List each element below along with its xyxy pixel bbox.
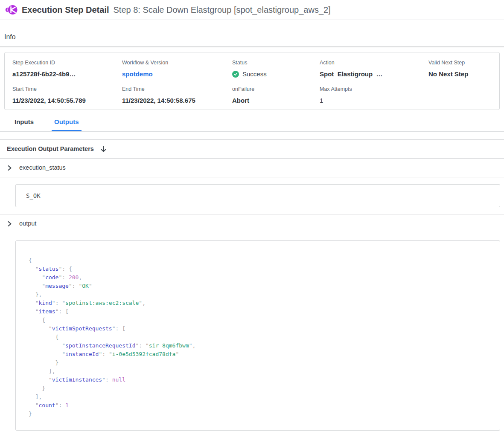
- field-label: Step Execution ID: [12, 60, 122, 66]
- output-label: output: [19, 220, 36, 227]
- execution-status-value: S_OK: [26, 192, 41, 199]
- execution-status-value-box: S_OK: [15, 184, 500, 207]
- field-status: Status Success: [232, 60, 320, 78]
- success-check-icon: [232, 71, 239, 78]
- field-valid-next-step: Valid Next Step No Next Step: [428, 60, 499, 78]
- page-header: Execution Step Detail Step 8: Scale Down…: [0, 0, 504, 20]
- app-logo-icon: [5, 3, 18, 16]
- field-value: a125728f-6b22-4b9…: [12, 70, 122, 78]
- field-label: onFailure: [232, 86, 320, 93]
- collapse-all-button[interactable]: [100, 145, 107, 153]
- tab-inputs[interactable]: Inputs: [12, 110, 36, 131]
- field-start-time: Start Time 11/23/2022, 14:50:55.789: [12, 86, 122, 104]
- execution-output-parameters-header: Execution Output Parameters: [0, 140, 504, 159]
- field-value: 11/23/2022, 14:50:58.675: [122, 97, 232, 104]
- field-label: Max Attempts: [320, 86, 428, 93]
- field-value: Abort: [232, 97, 320, 104]
- field-label: Action: [320, 60, 428, 66]
- field-end-time: End Time 11/23/2022, 14:50:58.675: [122, 86, 232, 104]
- arrow-down-icon: [100, 145, 107, 153]
- tab-outputs[interactable]: Outputs: [52, 110, 82, 131]
- info-section-heading: Info: [4, 33, 504, 41]
- json-code: { "status": { "code": 200, "message": "O…: [29, 256, 500, 418]
- field-on-failure: onFailure Abort: [232, 86, 320, 104]
- field-label: End Time: [122, 86, 232, 93]
- execution-status-section-toggle[interactable]: execution_status: [0, 159, 504, 177]
- field-label: Start Time: [12, 86, 122, 93]
- info-card-row-2: Start Time 11/23/2022, 14:50:55.789 End …: [12, 86, 499, 104]
- execution-output-parameters-label: Execution Output Parameters: [7, 145, 94, 153]
- field-label: Valid Next Step: [428, 60, 499, 66]
- field-value: No Next Step: [428, 70, 499, 78]
- field-value: 11/23/2022, 14:50:55.789: [12, 97, 122, 104]
- field-max-attempts: Max Attempts 1: [320, 86, 428, 104]
- status-value: Success: [232, 70, 320, 78]
- field-value: 1: [320, 97, 428, 104]
- info-card: Step Execution ID a125728f-6b22-4b9… Wor…: [4, 52, 500, 110]
- page-title: Execution Step Detail: [22, 5, 109, 15]
- info-divider: [0, 46, 504, 47]
- field-step-execution-id: Step Execution ID a125728f-6b22-4b9…: [12, 60, 122, 78]
- chevron-right-icon: [7, 221, 12, 227]
- field-action: Action Spot_Elastigroup_…: [320, 60, 428, 78]
- output-section-toggle[interactable]: output: [0, 214, 504, 233]
- info-card-row-1: Step Execution ID a125728f-6b22-4b9… Wor…: [12, 60, 499, 78]
- page-subtitle: Step 8: Scale Down Elastgroup [spot_elas…: [114, 5, 331, 15]
- chevron-right-icon: [7, 165, 12, 171]
- output-json-box: { "status": { "code": 200, "message": "O…: [15, 240, 500, 431]
- field-workflow-version: Workflow & Version spotdemo: [122, 60, 232, 78]
- workflow-link[interactable]: spotdemo: [122, 70, 153, 78]
- execution-status-label: execution_status: [19, 164, 66, 171]
- field-label: Status: [232, 60, 320, 66]
- field-value: Spot_Elastigroup_…: [320, 70, 428, 78]
- tab-bar: Inputs Outputs: [0, 110, 504, 132]
- status-text: Success: [242, 70, 267, 78]
- field-label: Workflow & Version: [122, 60, 232, 66]
